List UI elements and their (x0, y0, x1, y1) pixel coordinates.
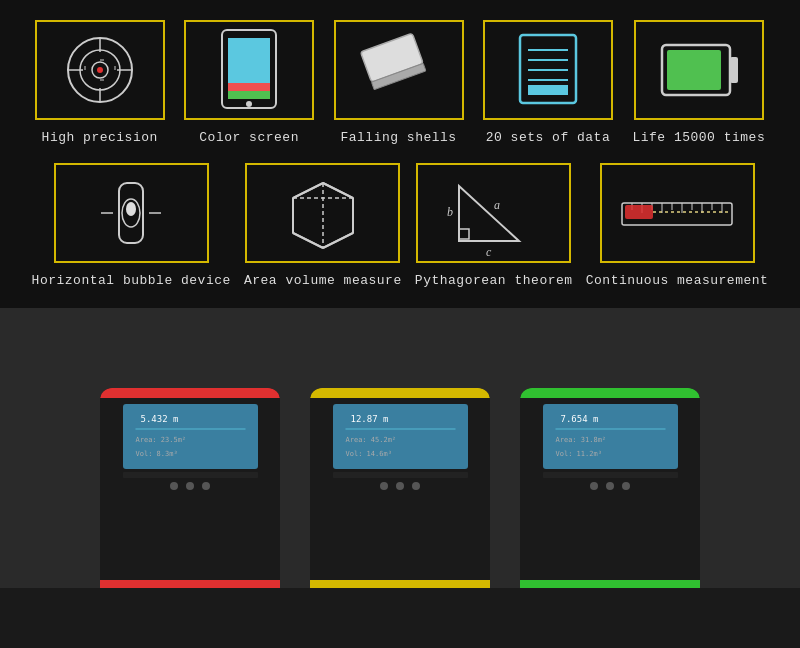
feature-box-color-screen (184, 20, 314, 120)
feature-label-pythagorean: Pythagorean theorem (415, 273, 573, 288)
feature-label-high-precision: High precision (42, 130, 158, 145)
crosshair-icon (55, 30, 145, 110)
svg-text:Area: 31.8m²: Area: 31.8m² (555, 436, 606, 444)
document-icon (508, 30, 588, 110)
svg-line-38 (293, 183, 323, 198)
feature-label-volume-measure: Area volume measure (244, 273, 402, 288)
device-red: 5.432 m Area: 23.5m² Vol: 8.3m³ (100, 388, 280, 588)
feature-volume-measure: Area volume measure (244, 163, 402, 288)
svg-text:5.432 m: 5.432 m (140, 414, 178, 424)
device-yellow: 12.87 m Area: 45.2m² Vol: 14.6m³ (310, 388, 490, 588)
feature-box-volume-measure (245, 163, 400, 263)
svg-text:Vol: 8.3m³: Vol: 8.3m³ (135, 450, 177, 458)
feature-continuous-measure: Continuous measurement (586, 163, 769, 288)
svg-text:Vol: 11.2m³: Vol: 11.2m³ (555, 450, 601, 458)
svg-text:b: b (447, 205, 453, 219)
bubble-device-icon (91, 173, 171, 253)
tablet-icon (214, 28, 284, 113)
svg-line-37 (323, 183, 353, 198)
feature-label-life-times: Life 15000 times (632, 130, 765, 145)
svg-text:Vol: 14.6m³: Vol: 14.6m³ (345, 450, 391, 458)
feature-box-falling-shells (334, 20, 464, 120)
svg-rect-24 (528, 85, 568, 95)
device-screen-green: 7.654 m Area: 31.8m² Vol: 11.2m³ (543, 404, 678, 469)
feature-label-continuous-measure: Continuous measurement (586, 273, 769, 288)
feature-box-bubble-device (54, 163, 209, 263)
feature-label-falling-shells: Falling shells (340, 130, 456, 145)
devices-row: 5.432 m Area: 23.5m² Vol: 8.3m³ (100, 388, 700, 588)
svg-text:a: a (494, 198, 500, 212)
svg-text:12.87 m: 12.87 m (350, 414, 388, 424)
feature-pythagorean: b c a Pythagorean theorem (415, 163, 573, 288)
svg-rect-27 (667, 50, 721, 90)
feature-box-continuous-measure (600, 163, 755, 263)
features-section: High precision Color screen (0, 0, 800, 308)
svg-rect-15 (228, 91, 270, 99)
feature-box-data-sets (483, 20, 613, 120)
svg-rect-26 (730, 57, 738, 83)
svg-text:Area: 45.2m²: Area: 45.2m² (345, 436, 396, 444)
cube-icon (273, 173, 373, 253)
device-screen-red: 5.432 m Area: 23.5m² Vol: 8.3m³ (123, 404, 258, 469)
svg-text:c: c (486, 245, 492, 256)
battery-icon (654, 30, 744, 110)
features-row-2: Horizontal bubble device Area volume (30, 163, 770, 288)
device-screen-yellow: 12.87 m Area: 45.2m² Vol: 14.6m³ (333, 404, 468, 469)
svg-point-31 (126, 202, 136, 216)
feature-data-sets: 20 sets of data (483, 20, 613, 145)
feature-label-bubble-device: Horizontal bubble device (32, 273, 231, 288)
feature-box-life-times (634, 20, 764, 120)
feature-label-data-sets: 20 sets of data (486, 130, 611, 145)
triangle-icon: b c a (439, 171, 549, 256)
svg-text:Area: 23.5m²: Area: 23.5m² (135, 436, 186, 444)
bottom-section: 5.432 m Area: 23.5m² Vol: 8.3m³ (0, 308, 800, 588)
svg-rect-59 (625, 205, 653, 219)
svg-rect-14 (228, 83, 270, 91)
eraser-icon (354, 30, 444, 110)
svg-rect-44 (459, 229, 469, 239)
svg-text:7.654 m: 7.654 m (560, 414, 598, 424)
device-green: 7.654 m Area: 31.8m² Vol: 11.2m³ (520, 388, 700, 588)
svg-rect-13 (228, 38, 270, 83)
svg-line-42 (323, 233, 353, 248)
svg-point-3 (97, 67, 103, 73)
feature-life-times: Life 15000 times (632, 20, 765, 145)
feature-box-high-precision (35, 20, 165, 120)
feature-box-pythagorean: b c a (416, 163, 571, 263)
ruler-icon (617, 188, 737, 238)
feature-color-screen: Color screen (184, 20, 314, 145)
svg-line-41 (293, 233, 323, 248)
feature-bubble-device: Horizontal bubble device (32, 163, 231, 288)
svg-marker-43 (459, 186, 519, 241)
feature-falling-shells: Falling shells (334, 20, 464, 145)
feature-high-precision: High precision (35, 20, 165, 145)
features-row-1: High precision Color screen (30, 20, 770, 145)
svg-point-16 (246, 101, 252, 107)
feature-label-color-screen: Color screen (199, 130, 299, 145)
